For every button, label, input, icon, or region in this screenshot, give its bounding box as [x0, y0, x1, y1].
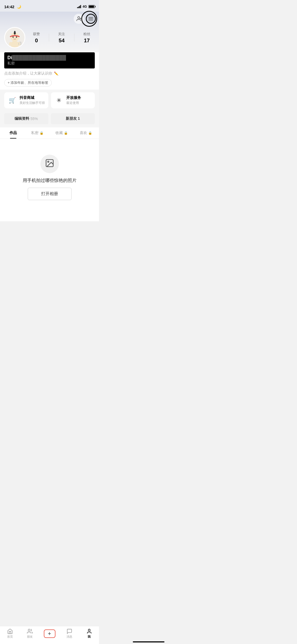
status-time: 14:42	[4, 4, 14, 9]
profile-info: Di████████████████ 私密 点击添加介绍，让大家认识你 ✏️ +…	[0, 52, 99, 90]
service-card-open[interactable]: ✳ 开放服务 最近使用	[51, 92, 95, 108]
signal-bars	[77, 5, 81, 8]
battery-fill	[89, 6, 94, 8]
tab-likes-label: 喜欢	[80, 131, 87, 135]
network-type: 4G	[83, 5, 87, 8]
bio-placeholder: 点击添加介绍，让大家认识你	[4, 71, 52, 76]
svg-point-12	[16, 36, 17, 38]
tab-private-label: 私密	[31, 131, 39, 135]
stat-likes-label: 获赞	[33, 32, 40, 36]
tags-area: + 添加年龄、所在地等标签	[0, 77, 99, 90]
edit-profile-label: 编辑资料	[15, 116, 29, 121]
stat-divider-2	[74, 34, 74, 42]
open-text: 开放服务 最近使用	[66, 95, 81, 105]
stat-followers[interactable]: 粉丝 17	[83, 32, 90, 44]
content-empty: 用手机拍过哪些惊艳的照片 打开相册	[0, 139, 99, 221]
photo-placeholder-icon	[45, 158, 54, 170]
stat-followers-value: 17	[84, 38, 90, 44]
signal-bar-3	[79, 6, 80, 8]
open-album-label: 打开相册	[41, 191, 58, 196]
signal-bar-1	[77, 7, 78, 8]
private-lock-icon: 🔒	[40, 131, 44, 135]
edit-profile-percentage: 55%	[30, 117, 38, 121]
bio-text: 点击添加介绍，让大家认识你 ✏️	[4, 71, 95, 76]
open-subtitle: 最近使用	[66, 101, 81, 105]
tab-works[interactable]: 作品	[1, 127, 25, 139]
add-tags-label: + 添加年龄、所在地等标签	[8, 80, 48, 85]
add-friend-icon	[76, 16, 82, 22]
open-service-icon: ✳	[54, 96, 64, 105]
service-card-shop[interactable]: 🛒 抖音商城 美好生活触手可得	[4, 92, 48, 108]
svg-point-15	[48, 161, 49, 162]
profile-header-bg: 获赞 0 关注 54 粉丝 17	[0, 12, 99, 52]
svg-point-11	[12, 36, 14, 38]
stat-divider-1	[49, 34, 49, 42]
username-text: Di████████████████	[7, 55, 92, 61]
edit-profile-button[interactable]: 编辑资料 55%	[4, 113, 48, 124]
tab-works-label: 作品	[10, 131, 17, 135]
username-sub: 私密	[7, 61, 92, 66]
stat-likes-value: 0	[35, 38, 38, 44]
new-friends-label: 新朋友 1	[66, 116, 80, 121]
stats-row: 获赞 0 关注 54 粉丝 17	[25, 32, 95, 44]
shop-text: 抖音商城 美好生活触手可得	[20, 95, 45, 105]
svg-point-0	[78, 17, 79, 19]
edit-bio-icon: ✏️	[54, 71, 58, 76]
menu-icon	[88, 16, 93, 21]
likes-lock-icon: 🔒	[88, 131, 92, 135]
bio-area[interactable]: 点击添加介绍，让大家认识你 ✏️	[0, 68, 99, 77]
nav-spacer	[0, 221, 99, 242]
stat-following[interactable]: 关注 54	[58, 32, 65, 44]
tab-private[interactable]: 私密 🔒	[25, 127, 50, 139]
moon-icon: 🌙	[17, 5, 21, 9]
signal-bar-4	[80, 5, 81, 8]
shop-subtitle: 美好生活触手可得	[20, 101, 45, 105]
menu-button[interactable]	[86, 14, 96, 24]
service-cards: 🛒 抖音商城 美好生活触手可得 ✳ 开放服务 最近使用	[0, 90, 99, 111]
avatar-image	[5, 28, 25, 47]
add-tags-button[interactable]: + 添加年龄、所在地等标签	[4, 79, 52, 86]
signal-bar-2	[78, 7, 79, 8]
shop-icon: 🛒	[7, 96, 17, 105]
avatar[interactable]	[4, 27, 25, 48]
stat-following-label: 关注	[58, 32, 65, 36]
open-title: 开放服务	[66, 95, 81, 100]
status-icons: 4G	[77, 5, 95, 8]
status-bar: 14:42 🌙 4G	[0, 0, 99, 12]
content-tabs: 作品 私密 🔒 收藏 🔒 喜欢 🔒	[0, 127, 99, 139]
add-friend-button[interactable]	[74, 14, 84, 24]
tab-favorites-label: 收藏	[55, 131, 63, 135]
empty-state-text: 用手机拍过哪些惊艳的照片	[23, 177, 77, 183]
username-area: Di████████████████ 私密	[4, 52, 95, 68]
favorites-lock-icon: 🔒	[64, 131, 68, 135]
action-buttons: 编辑资料 55% 新朋友 1	[0, 111, 99, 127]
new-friends-button[interactable]: 新朋友 1	[51, 113, 95, 124]
image-icon	[45, 158, 54, 168]
tab-likes[interactable]: 喜欢 🔒	[74, 127, 98, 139]
stat-following-value: 54	[59, 38, 64, 44]
shop-title: 抖音商城	[20, 95, 45, 100]
svg-point-10	[14, 31, 16, 33]
battery-icon	[88, 5, 95, 8]
empty-icon-circle	[40, 155, 59, 173]
open-album-button[interactable]: 打开相册	[28, 188, 72, 200]
profile-row: 获赞 0 关注 54 粉丝 17	[0, 25, 99, 52]
top-actions	[0, 12, 99, 25]
tab-favorites[interactable]: 收藏 🔒	[50, 127, 74, 139]
stat-followers-label: 粉丝	[83, 32, 90, 36]
stat-likes[interactable]: 获赞 0	[33, 32, 40, 44]
